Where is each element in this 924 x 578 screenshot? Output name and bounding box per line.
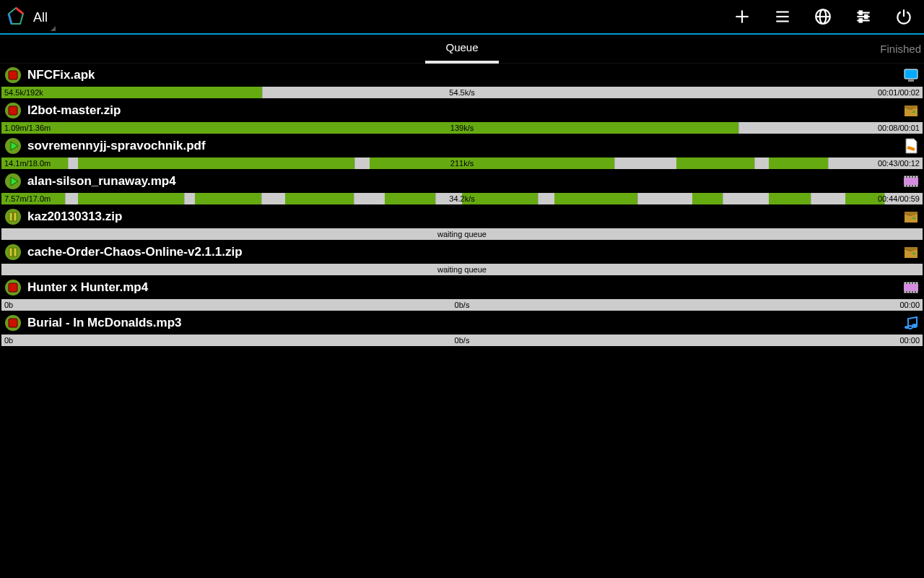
svg-rect-38 — [9, 212, 12, 221]
progress-bar: waiting queue — [1, 264, 923, 275]
svg-rect-12 — [865, 15, 867, 18]
menu-button[interactable] — [762, 0, 803, 34]
speed-text: 0b/s — [1, 336, 923, 345]
item-header: sovremennyjj-spravochnik.pdf — [0, 134, 924, 158]
apk-icon — [902, 66, 920, 84]
svg-rect-36 — [916, 186, 918, 187]
item-header: NFCFix.apk — [0, 64, 924, 87]
item-header: Burial - In McDonalds.mp3 — [0, 311, 924, 335]
svg-rect-16 — [9, 71, 17, 79]
svg-rect-41 — [9, 248, 12, 256]
waiting-text: waiting queue — [1, 230, 923, 238]
svg-rect-35 — [913, 186, 915, 187]
stop-icon[interactable] — [4, 102, 22, 119]
progress-bar: 0b0b/s00:00 — [1, 299, 923, 311]
power-button[interactable] — [884, 0, 924, 34]
download-item[interactable]: kaz20130313.zipwaiting queue — [0, 205, 924, 241]
svg-rect-13 — [860, 19, 862, 22]
svg-rect-27 — [905, 176, 906, 178]
svg-rect-17 — [905, 69, 918, 79]
svg-rect-31 — [916, 176, 918, 178]
progress-bar: 0b0b/s00:00 — [1, 335, 923, 346]
download-item[interactable]: sovremennyjj-spravochnik.pdf14.1m/18.0m2… — [0, 134, 924, 170]
play-icon[interactable] — [4, 137, 22, 155]
zip-icon — [902, 208, 920, 225]
svg-rect-54 — [907, 292, 909, 293]
time-text: 00:43/00:12 — [878, 159, 923, 168]
waiting-text: waiting queue — [1, 265, 923, 274]
progress-bar: 1.09m/1.36m139k/s00:08/00:01 — [1, 122, 923, 134]
download-item[interactable]: cache-Order-Chaos-Online-v2.1.1.zipwaiti… — [0, 241, 924, 276]
pdf-icon — [902, 137, 920, 155]
svg-point-61 — [913, 324, 918, 327]
svg-rect-44 — [9, 283, 17, 292]
filter-spinner[interactable]: All — [27, 0, 61, 34]
speed-text: 54.5k/s — [1, 88, 923, 97]
progress-bar: 14.1m/18.0m211k/s00:43/00:12 — [1, 158, 923, 169]
pause-icon[interactable] — [4, 208, 22, 225]
browser-button[interactable] — [803, 0, 843, 34]
file-name: Burial - In McDonalds.mp3 — [27, 316, 902, 330]
svg-rect-48 — [905, 282, 906, 284]
speed-text: 211k/s — [1, 159, 923, 168]
stop-icon[interactable] — [4, 314, 22, 332]
speed-text: 34.2k/s — [1, 194, 923, 203]
download-item[interactable]: NFCFix.apk54.5k/192k54.5k/s00:01/00:02 — [0, 64, 924, 99]
pause-icon[interactable] — [4, 243, 22, 261]
svg-rect-32 — [905, 186, 906, 187]
svg-rect-53 — [905, 292, 906, 293]
tab-queue-label: Queue — [445, 41, 478, 53]
svg-rect-51 — [913, 282, 915, 284]
item-header: cache-Order-Chaos-Online-v2.1.1.zip — [0, 241, 924, 264]
stop-icon[interactable] — [4, 279, 22, 296]
download-item[interactable]: l2bot-master.zip1.09m/1.36m139k/s00:08/0… — [0, 99, 924, 134]
svg-rect-42 — [14, 248, 17, 256]
download-item[interactable]: alan-silson_runaway.mp47.57m/17.0m34.2k/… — [0, 170, 924, 205]
svg-rect-57 — [916, 292, 918, 293]
video-icon — [902, 173, 920, 190]
stop-icon[interactable] — [4, 66, 22, 84]
app-icon — [4, 5, 27, 28]
file-name: sovremennyjj-spravochnik.pdf — [27, 139, 902, 153]
time-text: 00:44/00:59 — [878, 194, 923, 203]
downloads-list: NFCFix.apk54.5k/192k54.5k/s00:01/00:02l2… — [0, 64, 924, 347]
svg-rect-21 — [9, 106, 17, 115]
svg-point-60 — [905, 326, 909, 329]
video-icon — [902, 279, 920, 296]
svg-rect-33 — [907, 186, 909, 187]
play-icon[interactable] — [4, 173, 22, 190]
tab-queue[interactable]: Queue — [425, 35, 498, 64]
svg-rect-29 — [910, 176, 912, 178]
progress-bar: 7.57m/17.0m34.2k/s00:44/00:59 — [1, 193, 923, 204]
svg-rect-28 — [907, 176, 909, 178]
file-name: alan-silson_runaway.mp4 — [27, 174, 902, 189]
settings-button[interactable] — [843, 0, 884, 34]
svg-rect-59 — [9, 319, 17, 327]
file-name: Hunter x Hunter.mp4 — [27, 280, 902, 295]
svg-rect-50 — [910, 282, 912, 284]
svg-rect-19 — [908, 79, 914, 82]
time-text: 00:00 — [899, 301, 923, 309]
filter-label: All — [33, 10, 48, 34]
svg-rect-39 — [14, 212, 17, 221]
tab-bar: Queue Finished — [0, 35, 924, 64]
file-name: cache-Order-Chaos-Online-v2.1.1.zip — [27, 245, 902, 259]
svg-rect-55 — [910, 292, 912, 293]
speed-text: 139k/s — [1, 124, 923, 132]
svg-rect-49 — [907, 282, 909, 284]
file-name: l2bot-master.zip — [27, 103, 902, 118]
item-header: kaz20130313.zip — [0, 205, 924, 228]
tab-finished[interactable]: Finished — [867, 35, 924, 64]
svg-rect-56 — [913, 292, 915, 293]
audio-icon — [902, 314, 920, 332]
time-text: 00:00 — [899, 336, 923, 345]
item-header: Hunter x Hunter.mp4 — [0, 276, 924, 299]
download-item[interactable]: Burial - In McDonalds.mp30b0b/s00:00 — [0, 311, 924, 347]
progress-bar: waiting queue — [1, 228, 923, 240]
tab-finished-label: Finished — [880, 43, 921, 55]
svg-point-37 — [5, 209, 21, 225]
download-item[interactable]: Hunter x Hunter.mp40b0b/s00:00 — [0, 276, 924, 311]
add-button[interactable] — [722, 0, 762, 34]
time-text: 00:08/00:01 — [878, 124, 923, 132]
time-text: 00:01/00:02 — [878, 88, 923, 97]
